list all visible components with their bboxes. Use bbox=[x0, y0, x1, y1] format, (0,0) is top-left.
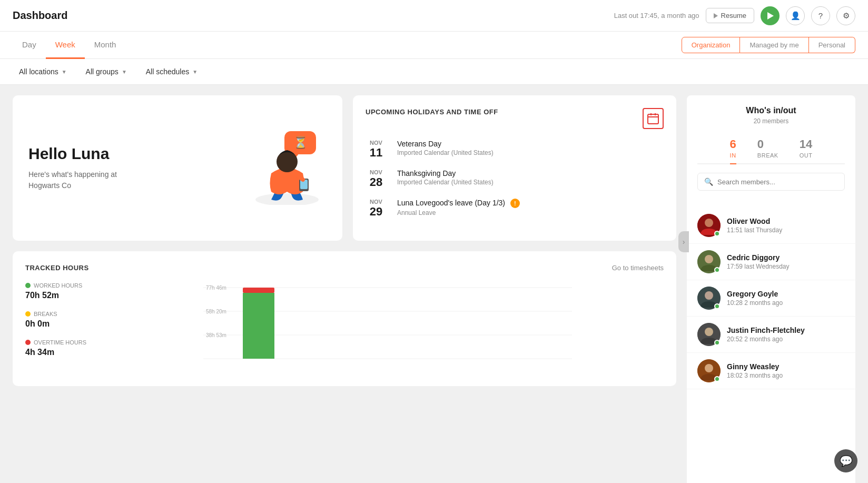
filter-personal[interactable]: Personal bbox=[809, 37, 855, 53]
breaks-value: 0h 0m bbox=[25, 319, 99, 329]
search-input[interactable] bbox=[717, 178, 838, 186]
holidays-title: UPCOMING HOLIDAYS AND TIME OFF bbox=[366, 108, 498, 116]
svg-point-24 bbox=[705, 328, 713, 336]
filter-managed-by-me[interactable]: Managed by me bbox=[740, 37, 808, 53]
whos-in-content: Who's in/out 20 members 6 IN 0 BREAK 14 … bbox=[687, 95, 855, 208]
tracked-chart: 77h 46m 58h 20m 38h 53m bbox=[112, 282, 664, 373]
page-title: Dashboard bbox=[13, 9, 67, 22]
tab-break[interactable]: 0 BREAK bbox=[757, 133, 778, 164]
legend-overtime: OVERTIME HOURS 4h 34m bbox=[25, 339, 99, 357]
chevron-down-icon: ▼ bbox=[192, 69, 198, 75]
tab-in[interactable]: 6 IN bbox=[730, 133, 736, 164]
go-to-timesheets-link[interactable]: Go to timesheets bbox=[612, 264, 664, 272]
svg-text:77h 46m: 77h 46m bbox=[206, 285, 226, 291]
holiday-date: NOV 11 bbox=[366, 140, 387, 160]
leave-badge: ! bbox=[510, 199, 520, 208]
members-count: 20 members bbox=[697, 117, 845, 125]
holiday-item: NOV 28 Thanksgiving Day Imported Calenda… bbox=[366, 169, 664, 189]
settings-icon-btn[interactable]: ⚙ bbox=[836, 6, 855, 25]
search-icon: 🔍 bbox=[704, 178, 713, 186]
member-info: Justin Finch-Fletchley 20:52 2 months ag… bbox=[727, 326, 805, 343]
hello-text: Hello Luna Here's what's happening at Ho… bbox=[28, 145, 117, 191]
member-name: Gregory Goyle bbox=[727, 290, 783, 298]
member-info: Gregory Goyle 10:28 2 months ago bbox=[727, 290, 783, 307]
start-timer-button[interactable] bbox=[761, 6, 780, 25]
subtitle: Here's what's happening at Hogwarts Co bbox=[28, 169, 117, 191]
chevron-down-icon: ▼ bbox=[122, 69, 127, 75]
svg-point-26 bbox=[705, 364, 713, 372]
online-status bbox=[714, 376, 720, 382]
online-status bbox=[714, 340, 720, 346]
tracked-legend: WORKED HOURS 70h 52m BREAKS 0h 0m bbox=[25, 282, 99, 373]
schedules-filter[interactable]: All schedules ▼ bbox=[140, 64, 204, 79]
groups-filter[interactable]: All groups ▼ bbox=[80, 64, 133, 79]
svg-rect-16 bbox=[243, 293, 274, 359]
legend-label: WORKED HOURS bbox=[25, 282, 99, 289]
member-info: Ginny Weasley 18:02 3 months ago bbox=[727, 362, 783, 379]
member-time: 17:59 last Wednesday bbox=[727, 263, 790, 270]
overtime-dot bbox=[25, 340, 31, 345]
member-time: 20:52 2 months ago bbox=[727, 336, 805, 343]
tab-month[interactable]: Month bbox=[85, 32, 126, 59]
bar-chart-svg: 77h 46m 58h 20m 38h 53m bbox=[112, 282, 664, 372]
holiday-item: NOV 29 Luna Lovegood's leave (Day 1/3) !… bbox=[366, 199, 664, 219]
member-name: Cedric Diggory bbox=[727, 253, 790, 262]
member-search-box: 🔍 bbox=[697, 173, 845, 191]
holidays-card: UPCOMING HOLIDAYS AND TIME OFF NOV 11 bbox=[353, 95, 676, 241]
user-icon-btn[interactable]: 👤 bbox=[786, 6, 805, 25]
svg-point-22 bbox=[705, 291, 713, 300]
filter-bar: All locations ▼ All groups ▼ All schedul… bbox=[0, 59, 868, 85]
holidays-header: UPCOMING HOLIDAYS AND TIME OFF bbox=[366, 108, 664, 129]
leave-name: Luna Lovegood's leave (Day 1/3) bbox=[397, 199, 505, 207]
avatar-wrap bbox=[697, 214, 721, 237]
whos-in-title: Who's in/out bbox=[697, 106, 845, 115]
list-item[interactable]: Oliver Wood 11:51 last Thursday bbox=[687, 208, 855, 244]
legend-label: BREAKS bbox=[25, 311, 99, 317]
tab-out[interactable]: 14 OUT bbox=[800, 133, 813, 164]
holiday-info: Veterans Day Imported Calendar (United S… bbox=[397, 140, 494, 156]
member-name: Justin Finch-Fletchley bbox=[727, 326, 805, 334]
avatar-wrap bbox=[697, 250, 721, 273]
list-item[interactable]: Ginny Weasley 18:02 3 months ago bbox=[687, 353, 855, 389]
avatar-wrap bbox=[697, 287, 721, 310]
filter-organization[interactable]: Organization bbox=[682, 37, 741, 53]
overtime-value: 4h 34m bbox=[25, 348, 99, 357]
avatar-wrap bbox=[697, 359, 721, 382]
locations-filter[interactable]: All locations ▼ bbox=[13, 64, 73, 79]
holiday-date: NOV 29 bbox=[366, 199, 387, 219]
holiday-item: NOV 11 Veterans Day Imported Calendar (U… bbox=[366, 140, 664, 160]
member-time: 11:51 last Thursday bbox=[727, 226, 782, 234]
holiday-info: Thanksgiving Day Imported Calendar (Unit… bbox=[397, 169, 494, 186]
member-info: Oliver Wood 11:51 last Thursday bbox=[727, 217, 782, 234]
svg-rect-4 bbox=[648, 114, 658, 124]
worked-value: 70h 52m bbox=[25, 291, 99, 300]
member-time: 18:02 3 months ago bbox=[727, 372, 783, 379]
view-filter-group: Organization Managed by me Personal bbox=[682, 37, 855, 53]
calendar-icon-button[interactable] bbox=[643, 108, 664, 129]
svg-text:38h 53m: 38h 53m bbox=[206, 332, 226, 338]
chevron-down-icon: ▼ bbox=[62, 69, 67, 75]
expand-panel-button[interactable]: › bbox=[678, 231, 689, 252]
help-icon-btn[interactable]: ? bbox=[811, 6, 830, 25]
whos-in-out-panel: Who's in/out 20 members 6 IN 0 BREAK 14 … bbox=[687, 95, 855, 483]
svg-point-0 bbox=[255, 193, 319, 205]
member-name: Oliver Wood bbox=[727, 217, 782, 225]
tracked-content: WORKED HOURS 70h 52m BREAKS 0h 0m bbox=[25, 282, 664, 373]
header-right: Last out 17:45, a month ago Resume 👤 ? ⚙ bbox=[614, 6, 855, 25]
member-info: Cedric Diggory 17:59 last Wednesday bbox=[727, 253, 790, 270]
hello-illustration: ⏳ bbox=[242, 131, 327, 205]
list-item[interactable]: Gregory Goyle 10:28 2 months ago bbox=[687, 280, 855, 317]
resume-button[interactable]: Resume bbox=[706, 8, 754, 23]
tab-day[interactable]: Day bbox=[13, 32, 46, 59]
member-list: Oliver Wood 11:51 last Thursday bbox=[687, 208, 855, 389]
period-tabs: Day Week Month bbox=[13, 32, 125, 58]
hello-card: Hello Luna Here's what's happening at Ho… bbox=[13, 95, 342, 241]
tab-week[interactable]: Week bbox=[46, 32, 85, 59]
list-item[interactable]: Cedric Diggory 17:59 last Wednesday bbox=[687, 244, 855, 280]
worked-dot bbox=[25, 283, 31, 288]
holiday-info: Luna Lovegood's leave (Day 1/3) ! Annual… bbox=[397, 199, 520, 216]
list-item[interactable]: Justin Finch-Fletchley 20:52 2 months ag… bbox=[687, 317, 855, 353]
main-content: Hello Luna Here's what's happening at Ho… bbox=[0, 85, 868, 483]
chat-widget-button[interactable]: 💬 bbox=[834, 449, 857, 472]
tab-bar: Day Week Month Organization Managed by m… bbox=[0, 32, 868, 59]
